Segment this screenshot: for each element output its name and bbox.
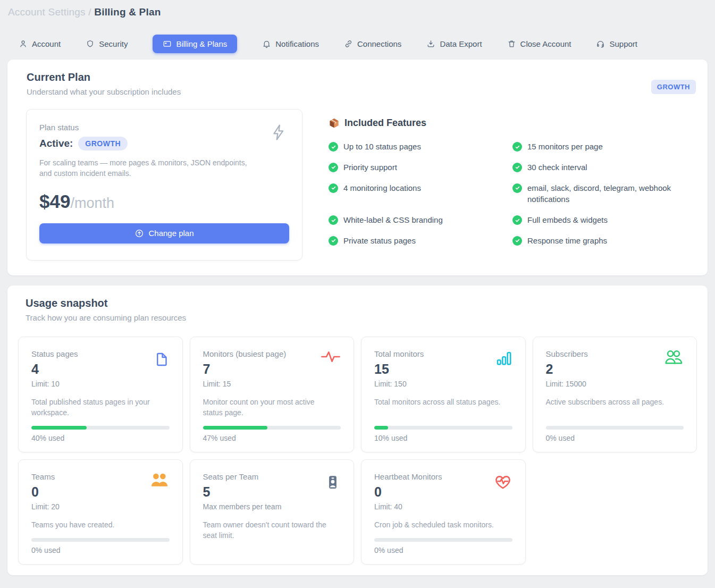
tab-connections[interactable]: Connections — [344, 39, 401, 48]
tab-notifications[interactable]: Notifications — [262, 39, 319, 48]
link-icon — [344, 39, 353, 48]
headset-icon — [596, 39, 605, 48]
usage-card-title: Seats per Team — [203, 472, 341, 481]
tab-billing-plans[interactable]: Billing & Plans — [153, 35, 237, 53]
tab-support[interactable]: Support — [596, 39, 637, 48]
plan-status-card: Plan status Active: GROWTH For scaling t… — [26, 109, 302, 261]
feature-item: Private status pages — [329, 235, 512, 247]
feature-item: 4 monitoring locations — [329, 182, 512, 206]
feature-label: Priority support — [343, 162, 397, 173]
feature-label: email, slack, discord, telegram, webhook… — [527, 182, 681, 206]
feature-item: Priority support — [329, 162, 512, 173]
feature-item: Up to 10 status pages — [329, 141, 512, 153]
breadcrumb-section[interactable]: Account Settings / — [8, 6, 91, 18]
feature-label: 30 check interval — [527, 162, 587, 173]
tab-label: Security — [99, 39, 128, 48]
usage-card-value: 5 — [203, 484, 341, 500]
feature-grid: Up to 10 status pages 15 monitors per pa… — [329, 141, 697, 247]
breadcrumb-page: Billing & Plan — [94, 6, 161, 18]
usage-card-limit: Limit: 20 — [31, 502, 170, 511]
change-plan-button[interactable]: Change plan — [39, 223, 289, 243]
progress-fill — [203, 426, 268, 430]
bell-icon — [262, 39, 271, 48]
feature-label: White-label & CSS branding — [343, 214, 443, 226]
tab-label: Connections — [357, 39, 401, 48]
check-circle-icon — [512, 163, 522, 172]
usage-snapshot-section: Usage snapshot Track how you are consumi… — [7, 285, 708, 575]
feature-label: 4 monitoring locations — [343, 182, 421, 194]
download-icon — [426, 39, 435, 48]
tab-label: Support — [609, 39, 637, 48]
progress-fill — [31, 426, 87, 430]
plan-status-value: Active: — [39, 138, 73, 149]
usage-card-description: Total monitors across all status pages. — [374, 397, 512, 408]
heart-pulse-icon — [493, 473, 512, 491]
feature-label: 15 monitors per page — [527, 141, 603, 153]
current-plan-title: Current Plan — [27, 71, 697, 83]
progress-track — [374, 426, 512, 430]
progress-track — [546, 426, 684, 430]
feature-label: Private status pages — [343, 235, 416, 247]
check-circle-icon — [512, 236, 522, 246]
usage-card-description: Monitor count on your most active status… — [203, 397, 341, 418]
lightning-icon — [269, 122, 288, 145]
current-plan-section: Current Plan Understand what your subscr… — [7, 60, 708, 275]
trash-icon — [507, 39, 516, 48]
tab-data-export[interactable]: Data Export — [426, 39, 482, 48]
usage-card-title: Total monitors — [374, 349, 512, 358]
features-title: Included Features — [344, 117, 426, 129]
tab-account[interactable]: Account — [19, 39, 61, 48]
progress-label: 10% used — [374, 434, 512, 442]
feature-item: Response time graphs — [512, 235, 697, 247]
check-circle-icon — [329, 236, 338, 246]
plan-description: For scaling teams — more pages & monitor… — [39, 157, 257, 179]
usage-card-status-pages: Status pages 4 Limit: 10 Total published… — [18, 337, 183, 452]
usage-card-description: Teams you have created. — [31, 520, 170, 531]
progress-track — [31, 426, 170, 430]
current-plan-subtitle: Understand what your subscription includ… — [27, 87, 697, 96]
check-circle-icon — [329, 163, 338, 172]
usage-progress: 0% used — [31, 531, 170, 555]
feature-item: White-label & CSS branding — [329, 214, 512, 226]
users-filled-icon — [149, 473, 170, 488]
usage-progress: 0% used — [546, 418, 684, 442]
tab-label: Close Account — [520, 39, 571, 48]
tab-label: Notifications — [275, 39, 319, 48]
feature-item: 30 check interval — [512, 162, 697, 173]
progress-track — [203, 426, 341, 430]
progress-label: 0% used — [31, 546, 170, 555]
tab-close-account[interactable]: Close Account — [507, 39, 571, 48]
usage-card-teams: Teams 0 Limit: 20 Teams you have created… — [18, 459, 183, 565]
feature-label: Response time graphs — [527, 235, 607, 247]
progress-label: 0% used — [374, 546, 512, 555]
shield-icon — [86, 39, 95, 48]
check-circle-icon — [512, 142, 522, 152]
billing-plan-page: Account Settings / Billing & Plan Accoun… — [0, 0, 715, 588]
user-icon — [19, 39, 28, 48]
usage-progress: 0% used — [374, 531, 512, 555]
usage-card-seats-per-team: Seats per Team 5 Max members per team Te… — [190, 459, 355, 565]
plan-status-label: Plan status — [39, 123, 289, 132]
feature-label: Full embeds & widgets — [527, 214, 608, 226]
check-circle-icon — [329, 142, 338, 152]
users-icon — [663, 350, 684, 365]
usage-progress: 10% used — [374, 418, 512, 442]
feature-item: Full embeds & widgets — [512, 214, 697, 226]
bar-chart-icon — [495, 350, 512, 367]
progress-label: 47% used — [203, 434, 341, 442]
usage-card-limit: Limit: 40 — [374, 502, 512, 511]
usage-title: Usage snapshot — [26, 297, 698, 309]
usage-grid: Status pages 4 Limit: 10 Total published… — [18, 337, 697, 565]
plan-price: $49/month — [39, 191, 289, 212]
check-circle-icon — [512, 183, 522, 193]
package-icon — [329, 117, 340, 129]
settings-tabbar: Account Security Billing & Plans Notific… — [19, 35, 715, 53]
plan-tier-badge: GROWTH — [78, 137, 128, 150]
credit-card-icon — [163, 39, 172, 48]
usage-progress: 47% used — [203, 418, 341, 442]
usage-card-limit: Limit: 10 — [31, 380, 170, 388]
usage-card-total-monitors: Total monitors 15 Limit: 150 Total monit… — [361, 337, 526, 452]
tab-security[interactable]: Security — [86, 39, 128, 48]
check-circle-icon — [512, 215, 522, 225]
usage-card-value: 0 — [374, 484, 512, 500]
